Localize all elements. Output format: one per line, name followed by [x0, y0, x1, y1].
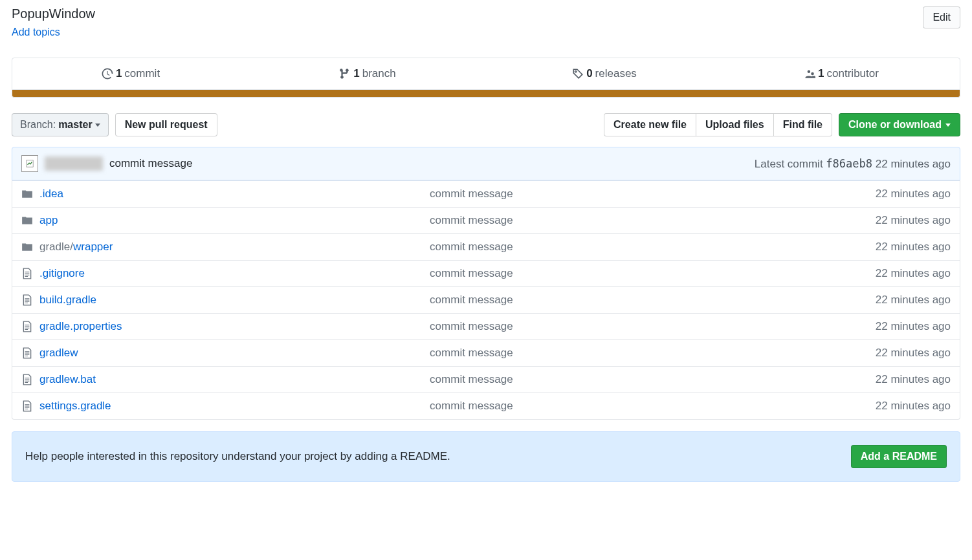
file-commit-message[interactable]: commit message — [430, 347, 876, 360]
repo-header: PopupWindow Add topics Edit — [12, 0, 960, 38]
branch-value: master — [58, 119, 92, 131]
commit-meta: Latest commit f86aeb8 22 minutes ago — [755, 157, 951, 171]
repo-header-left: PopupWindow Add topics — [12, 6, 95, 38]
table-row: build.gradlecommit message22 minutes ago — [12, 286, 960, 313]
branch-select-button[interactable]: Branch: master — [12, 113, 109, 136]
file-commit-message[interactable]: commit message — [430, 373, 876, 386]
file-commit-time[interactable]: 22 minutes ago — [876, 214, 951, 227]
create-new-file-button[interactable]: Create new file — [604, 113, 696, 136]
action-row: Branch: master New pull request Create n… — [12, 113, 960, 136]
folder-icon — [21, 188, 39, 200]
table-row: settings.gradlecommit message22 minutes … — [12, 393, 960, 419]
table-row: gradlew.batcommit message22 minutes ago — [12, 366, 960, 393]
stat-contributors[interactable]: 1 contributor — [723, 58, 960, 89]
author-name-blurred[interactable] — [45, 156, 103, 171]
releases-count: 0 — [586, 67, 592, 80]
add-topics-link[interactable]: Add topics — [12, 27, 95, 38]
file-commit-message[interactable]: commit message — [430, 267, 876, 280]
latest-commit-time[interactable]: 22 minutes ago — [876, 158, 951, 170]
table-row: gradlewcommit message22 minutes ago — [12, 339, 960, 366]
file-name-cell: build.gradle — [39, 294, 430, 307]
file-name-cell: gradle/wrapper — [39, 241, 430, 253]
file-commit-message[interactable]: commit message — [430, 241, 876, 253]
caret-down-icon — [95, 124, 100, 127]
file-path-prefix: gradle/ — [39, 241, 73, 253]
latest-commit-prefix: Latest commit — [755, 158, 823, 170]
branch-prefix: Branch: — [20, 119, 56, 131]
file-commit-message[interactable]: commit message — [430, 400, 876, 413]
commit-author-area: commit message — [21, 155, 192, 172]
folder-icon — [21, 241, 39, 253]
stat-branches[interactable]: 1 branch — [249, 58, 486, 89]
file-link[interactable]: settings.gradle — [39, 400, 111, 412]
table-row: .ideacommit message22 minutes ago — [12, 180, 960, 207]
caret-down-icon — [945, 124, 951, 127]
releases-label: releases — [595, 67, 637, 80]
file-commit-time[interactable]: 22 minutes ago — [876, 188, 951, 200]
latest-commit-message[interactable]: commit message — [109, 157, 192, 170]
action-right: Create new file Upload files Find file C… — [604, 113, 960, 136]
readme-banner-text: Help people interested in this repositor… — [25, 450, 450, 463]
file-icon — [21, 347, 39, 359]
action-left: Branch: master New pull request — [12, 113, 217, 136]
people-icon — [804, 68, 815, 80]
file-link[interactable]: gradle.properties — [39, 320, 122, 332]
file-link[interactable]: .idea — [39, 188, 63, 200]
file-commit-message[interactable]: commit message — [430, 320, 876, 333]
file-link[interactable]: gradlew.bat — [39, 373, 96, 385]
latest-commit-sha[interactable]: f86aeb8 — [826, 157, 872, 170]
file-name-cell: settings.gradle — [39, 400, 430, 413]
file-commit-message[interactable]: commit message — [430, 214, 876, 227]
file-commit-time[interactable]: 22 minutes ago — [876, 320, 951, 333]
edit-button[interactable]: Edit — [923, 6, 960, 28]
branches-label: branch — [362, 67, 396, 80]
repo-description: PopupWindow — [12, 6, 95, 21]
language-bar[interactable] — [12, 90, 960, 98]
file-name-cell: gradlew.bat — [39, 373, 430, 386]
commits-count: 1 — [116, 67, 122, 80]
avatar[interactable] — [21, 155, 38, 172]
contributors-label: contributor — [827, 67, 879, 80]
file-link[interactable]: wrapper — [73, 241, 113, 253]
file-commit-time[interactable]: 22 minutes ago — [876, 294, 951, 307]
tag-icon — [572, 68, 584, 80]
add-readme-button[interactable]: Add a README — [851, 445, 947, 468]
clone-label: Clone or download — [848, 119, 942, 131]
commits-label: commit — [124, 67, 160, 80]
file-link[interactable]: app — [39, 214, 58, 226]
file-commit-message[interactable]: commit message — [430, 294, 876, 307]
file-actions-group: Create new file Upload files Find file — [604, 113, 832, 136]
file-commit-time[interactable]: 22 minutes ago — [876, 373, 951, 386]
file-commit-time[interactable]: 22 minutes ago — [876, 347, 951, 360]
latest-commit-bar: commit message Latest commit f86aeb8 22 … — [12, 147, 960, 180]
file-link[interactable]: .gitignore — [39, 267, 85, 279]
branch-icon — [339, 68, 351, 80]
file-icon — [21, 294, 39, 306]
file-icon — [21, 268, 39, 279]
find-file-button[interactable]: Find file — [773, 113, 832, 136]
file-table: .ideacommit message22 minutes agoappcomm… — [12, 180, 960, 420]
folder-icon — [21, 215, 39, 226]
clone-download-button[interactable]: Clone or download — [839, 113, 960, 136]
table-row: appcommit message22 minutes ago — [12, 207, 960, 233]
stat-releases[interactable]: 0 releases — [486, 58, 723, 89]
contributors-count: 1 — [818, 67, 824, 80]
file-name-cell: app — [39, 214, 430, 227]
readme-banner: Help people interested in this repositor… — [12, 431, 960, 482]
file-commit-message[interactable]: commit message — [430, 188, 876, 200]
branches-count: 1 — [353, 67, 359, 80]
file-commit-time[interactable]: 22 minutes ago — [876, 267, 951, 280]
new-pull-request-button[interactable]: New pull request — [115, 113, 217, 136]
upload-files-button[interactable]: Upload files — [696, 113, 773, 136]
file-link[interactable]: gradlew — [39, 347, 78, 359]
file-name-cell: .gitignore — [39, 267, 430, 280]
history-icon — [102, 68, 113, 80]
stats-bar: 1 commit 1 branch 0 releases 1 contribut… — [12, 58, 960, 90]
stat-commits[interactable]: 1 commit — [12, 58, 249, 89]
table-row: gradle.propertiescommit message22 minute… — [12, 313, 960, 339]
file-icon — [21, 321, 39, 332]
file-name-cell: gradlew — [39, 347, 430, 360]
file-link[interactable]: build.gradle — [39, 294, 96, 306]
file-commit-time[interactable]: 22 minutes ago — [876, 241, 951, 253]
file-commit-time[interactable]: 22 minutes ago — [876, 400, 951, 413]
